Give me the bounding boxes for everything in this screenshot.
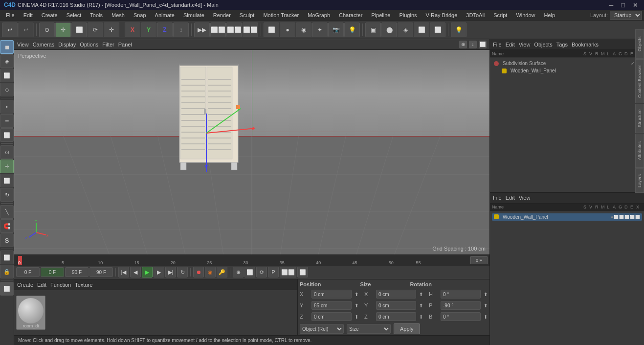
vp-menu-options[interactable]: Options <box>80 42 98 47</box>
tab-attributes[interactable]: Attributes <box>635 134 644 168</box>
menu-sculpt[interactable]: Sculpt <box>236 11 259 19</box>
vp-menu-view[interactable]: View <box>17 42 29 47</box>
frame-start-input[interactable] <box>16 267 40 277</box>
attr-menu-file[interactable]: File <box>493 195 502 201</box>
x-axis-btn[interactable]: X <box>125 23 140 37</box>
rot-p-input[interactable] <box>441 301 481 310</box>
obj-subdivision-surface[interactable]: Subdivision Surface ✓ 👁 <box>492 60 642 67</box>
menu-window[interactable]: Window <box>512 11 539 19</box>
rot-p-arrow[interactable]: ⬆ <box>484 303 488 308</box>
points-mode-btn[interactable]: • <box>0 100 14 114</box>
menu-edit[interactable]: Edit <box>20 11 37 19</box>
render-frame-btn[interactable]: ▶▶ <box>194 23 210 37</box>
apply-button[interactable]: Apply <box>394 323 420 334</box>
xpresso-btn[interactable]: 💡 <box>451 23 466 37</box>
rotate-btn[interactable]: ↻ <box>0 188 14 202</box>
camera-btn[interactable]: 📷 <box>328 23 344 37</box>
obj-menu-tags[interactable]: Tags <box>556 42 568 47</box>
rot-h-input[interactable] <box>441 290 481 299</box>
menu-tools[interactable]: Tools <box>86 11 107 19</box>
play-btn[interactable]: ▶ <box>142 267 153 277</box>
layout-select[interactable]: Startup <box>610 11 642 20</box>
polys-mode-btn[interactable]: ⬜ <box>0 128 14 142</box>
keyframe-btn[interactable]: ◉ <box>205 267 216 277</box>
vp-menu-display[interactable]: Display <box>58 42 76 47</box>
menu-vray-bridge[interactable]: V-Ray Bridge <box>422 11 462 19</box>
menu-select[interactable]: Select <box>63 11 86 19</box>
menu-snap[interactable]: Snap <box>130 11 150 19</box>
mat-menu-function[interactable]: Function <box>50 282 71 288</box>
menu-simulate[interactable]: Simulate <box>179 11 208 19</box>
attr-menu-edit[interactable]: Edit <box>506 195 515 201</box>
motion-mode-5[interactable]: ⬜⬜ <box>280 267 296 277</box>
cube-btn[interactable]: ⬜ <box>264 23 279 37</box>
menu-render[interactable]: Render <box>209 11 235 19</box>
cylinder-btn[interactable]: ◉ <box>296 23 311 37</box>
tab-content-browser[interactable]: Content Browser <box>635 59 644 103</box>
menu-mesh[interactable]: Mesh <box>108 11 129 19</box>
obj-menu-view[interactable]: View <box>519 42 531 47</box>
frame-current-input[interactable] <box>41 267 64 277</box>
y-axis-btn[interactable]: Y <box>141 23 156 37</box>
size-y-arrow[interactable]: ⬆ <box>419 303 423 308</box>
move-btn[interactable]: ✛ <box>0 160 14 173</box>
step-fwd-btn[interactable]: ▶ <box>154 267 164 277</box>
loop-btn[interactable]: ↻ <box>177 267 188 277</box>
edges-mode-btn[interactable]: ━ <box>0 114 14 128</box>
vp-menu-filter[interactable]: Filter <box>102 42 114 47</box>
mat-menu-texture[interactable]: Texture <box>75 282 92 288</box>
pos-x-input[interactable] <box>311 290 352 299</box>
obj-menu-file[interactable]: File <box>493 42 502 47</box>
mat-menu-edit[interactable]: Edit <box>37 282 46 288</box>
motion-mode-4[interactable]: P <box>268 267 279 277</box>
knife-btn[interactable]: ╲ <box>0 205 14 219</box>
vp-ctrl-3[interactable]: ⬜ <box>479 41 487 48</box>
menu-script[interactable]: Script <box>489 11 511 19</box>
viewport-btn-4[interactable]: ⬜ <box>414 23 429 37</box>
rot-h-arrow[interactable]: ⬆ <box>484 292 488 297</box>
material-swatch[interactable]: room_di <box>16 296 45 330</box>
texture-mode-btn[interactable]: ◈ <box>0 54 14 68</box>
tab-layers[interactable]: Layers <box>635 168 644 193</box>
pos-z-arrow[interactable]: ⬆ <box>355 314 358 320</box>
attr-panel-item[interactable]: Wooden_Wall_Panel ● ⬜ ⬜ ⬜ ⬜ ⬜ <box>492 213 642 221</box>
size-y-input[interactable] <box>376 301 416 310</box>
scale-tool[interactable]: ⬜ <box>71 23 87 37</box>
auto-key-btn[interactable]: 🔑 <box>217 267 227 277</box>
scale-btn[interactable]: ⬜ <box>0 174 14 187</box>
s-btn[interactable]: S <box>0 233 14 247</box>
redo-button[interactable]: ↩ <box>18 23 34 37</box>
menu-motion-tracker[interactable]: Motion Tracker <box>259 11 303 19</box>
obj-menu-bookmarks[interactable]: Bookmarks <box>572 42 599 47</box>
record-btn[interactable]: ⏺ <box>193 267 204 277</box>
viewport-btn-1[interactable]: ▣ <box>365 23 381 37</box>
obj-menu-edit[interactable]: Edit <box>506 42 515 47</box>
vp-ctrl-1[interactable]: ⊕ <box>459 41 467 48</box>
select-tool[interactable]: ⊙ <box>39 23 55 37</box>
pos-z-input[interactable] <box>311 312 352 321</box>
render-settings-btn[interactable]: ⬜⬜ <box>210 23 226 37</box>
goto-start-btn[interactable]: |◀ <box>118 267 129 277</box>
light-btn[interactable]: 💡 <box>344 23 360 37</box>
viewport-btn-2[interactable]: ⬤ <box>381 23 397 37</box>
sculpt-mode-btn[interactable]: ◇ <box>0 83 14 96</box>
size-x-input[interactable] <box>376 290 416 299</box>
model-mode-btn[interactable]: ◼ <box>0 40 14 54</box>
vp-menu-panel[interactable]: Panel <box>118 42 132 47</box>
menu-plugins[interactable]: Plugins <box>395 11 421 19</box>
rot-b-arrow[interactable]: ⬆ <box>484 314 488 320</box>
motion-mode-1[interactable]: ⊕ <box>233 267 244 277</box>
pos-y-arrow[interactable]: ⬆ <box>355 303 358 308</box>
paint-mode-btn[interactable]: ⬜ <box>0 69 14 82</box>
menu-pipeline[interactable]: Pipeline <box>367 11 394 19</box>
vp-ctrl-2[interactable]: ↓ <box>469 41 477 48</box>
render-to-po-btn[interactable]: ⬜⬜ <box>226 23 242 37</box>
transform-tool[interactable]: ✛ <box>104 23 119 37</box>
pos-x-arrow[interactable]: ⬆ <box>355 292 358 297</box>
close-button[interactable]: ✕ <box>631 1 640 9</box>
snap-btn[interactable]: ⬜ <box>0 282 14 296</box>
frame-end-input[interactable] <box>65 267 89 277</box>
motion-mode-6[interactable]: ⬜ <box>297 267 308 277</box>
menu-animate[interactable]: Animate <box>151 11 178 19</box>
size-x-arrow[interactable]: ⬆ <box>419 292 423 297</box>
